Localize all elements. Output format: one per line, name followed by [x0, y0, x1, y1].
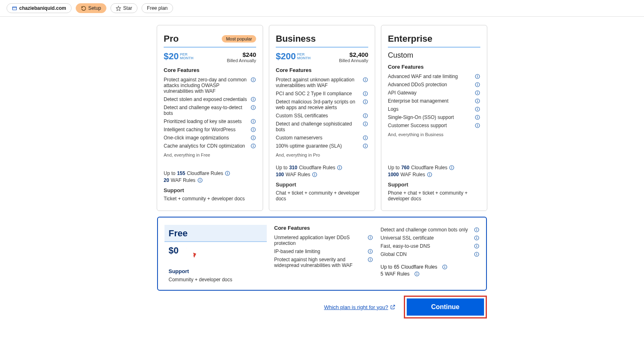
info-icon[interactable] — [197, 177, 203, 183]
info-icon[interactable] — [449, 165, 455, 170]
svg-point-17 — [253, 128, 254, 129]
info-icon[interactable] — [363, 143, 368, 149]
annual-price: $240 Billed Annually — [227, 51, 256, 63]
info-icon[interactable] — [363, 99, 368, 105]
feature-item: Detect and challenge easy-to-detect bots — [164, 103, 256, 117]
info-icon[interactable] — [474, 251, 480, 257]
star-label: Star — [123, 5, 132, 11]
feature-item: Custom nameservers — [276, 134, 368, 142]
everything-note: And, everything in Free — [164, 152, 256, 157]
feature-item: Protect against zero-day and common atta… — [164, 76, 256, 95]
domain-label: chaziebaniquid.com — [19, 5, 66, 11]
feature-list: Detect and challenge common bots onlyUni… — [381, 226, 480, 258]
feature-item: Universal SSL certificate — [381, 234, 480, 242]
info-icon[interactable] — [250, 143, 256, 149]
svg-point-71 — [477, 108, 478, 108]
svg-point-29 — [200, 179, 200, 179]
info-icon[interactable] — [363, 77, 368, 83]
info-icon[interactable] — [250, 77, 256, 83]
svg-point-41 — [365, 114, 366, 115]
info-icon[interactable] — [367, 249, 373, 254]
feature-text: Prioritized loading of key site assets — [164, 119, 242, 124]
info-icon[interactable] — [363, 121, 368, 127]
continue-highlight: Continue — [404, 296, 487, 318]
info-icon[interactable] — [475, 82, 480, 87]
svg-point-77 — [477, 124, 478, 125]
plan-price: $20PER MONTH — [164, 51, 194, 62]
feature-item: Advanced DDoS protection — [388, 81, 480, 89]
info-icon[interactable] — [250, 135, 256, 141]
plan-card-business[interactable]: Business $200PER MONTH $2,400 Billed Ann… — [269, 25, 375, 211]
setup-label: Setup — [88, 5, 101, 11]
which-plan-link[interactable]: Which plan is right for you? — [324, 304, 396, 310]
info-icon[interactable] — [474, 227, 480, 233]
plan-card-pro[interactable]: Pro Most popular $20PER MONTH $240 Bille… — [157, 25, 263, 211]
svg-point-104 — [477, 253, 477, 253]
feature-item: Protect against high severity and widesp… — [274, 256, 373, 269]
feature-text: Single-Sign-On (SSO) support — [388, 114, 454, 120]
info-icon[interactable] — [250, 119, 256, 124]
feature-text: Logs — [388, 106, 399, 112]
info-icon[interactable] — [475, 106, 480, 112]
svg-marker-2 — [116, 6, 121, 11]
feature-item: Cache analytics for CDN optimization — [164, 142, 256, 150]
info-icon[interactable] — [225, 170, 230, 176]
info-icon[interactable] — [250, 127, 256, 132]
info-icon[interactable] — [363, 91, 368, 96]
svg-point-47 — [365, 137, 366, 137]
info-icon[interactable] — [312, 172, 317, 177]
info-icon[interactable] — [367, 257, 373, 262]
feature-text: One-click image optimizations — [164, 135, 229, 141]
svg-point-23 — [253, 145, 254, 145]
svg-point-86 — [370, 236, 371, 237]
feature-item: Detect and challenge common bots only — [381, 226, 480, 234]
feature-list: Advanced WAF and rate limitingAdvanced D… — [388, 72, 480, 130]
feature-item: Customer Success support — [388, 121, 480, 130]
popular-badge: Most popular — [222, 35, 256, 43]
svg-point-50 — [365, 145, 366, 145]
feature-list: Protect against zero-day and common atta… — [164, 76, 256, 150]
info-icon[interactable] — [475, 74, 480, 79]
info-icon[interactable] — [363, 113, 368, 119]
feature-text: IP-based rate limiting — [274, 249, 320, 254]
feature-text: PCI and SOC 2 Type II compliance — [276, 91, 352, 96]
info-icon[interactable] — [427, 172, 432, 177]
plan-price: $200PER MONTH — [276, 51, 311, 62]
rules-block: Up to 155 Cloudflare Rules 20 WAF Rules … — [164, 163, 256, 202]
info-icon[interactable] — [475, 123, 480, 128]
info-icon[interactable] — [475, 90, 480, 96]
info-icon[interactable] — [250, 105, 256, 110]
annual-price: $2,400 Billed Annually — [339, 51, 368, 63]
star-pill[interactable]: Star — [110, 3, 137, 13]
info-icon[interactable] — [474, 243, 480, 249]
info-icon[interactable] — [474, 235, 480, 241]
feature-item: One-click image optimizations — [164, 134, 256, 142]
feature-text: Protect against zero-day and common atta… — [164, 77, 248, 94]
info-icon[interactable] — [475, 114, 480, 120]
info-icon[interactable] — [250, 96, 256, 102]
plan-title: Pro — [164, 34, 179, 44]
info-icon[interactable] — [475, 98, 480, 104]
freeplan-pill[interactable]: Free plan — [142, 3, 173, 13]
feature-item: Enterprise bot management — [388, 97, 480, 105]
plan-card-free[interactable]: Free $0 Support Community + developer do… — [157, 217, 487, 291]
svg-point-65 — [477, 92, 478, 92]
svg-point-83 — [430, 173, 430, 174]
website-icon — [12, 6, 17, 11]
feature-text: Detect and challenge common bots only — [381, 227, 468, 233]
external-link-icon — [390, 304, 396, 310]
plan-card-enterprise[interactable]: Enterprise Custom Core Features Advanced… — [381, 25, 487, 211]
domain-pill[interactable]: chaziebaniquid.com — [7, 3, 72, 13]
core-features-title: Core Features — [276, 67, 368, 73]
info-icon[interactable] — [414, 271, 420, 277]
info-icon[interactable] — [363, 135, 368, 141]
continue-button[interactable]: Continue — [407, 298, 484, 316]
svg-point-14 — [253, 120, 254, 121]
setup-pill[interactable]: Setup — [76, 3, 106, 13]
info-icon[interactable] — [367, 235, 373, 240]
svg-point-80 — [452, 166, 452, 167]
feature-item: IP-based rate limiting — [274, 247, 373, 256]
feature-item: Intelligent caching for WordPress — [164, 126, 256, 134]
info-icon[interactable] — [337, 165, 342, 170]
info-icon[interactable] — [442, 264, 448, 270]
